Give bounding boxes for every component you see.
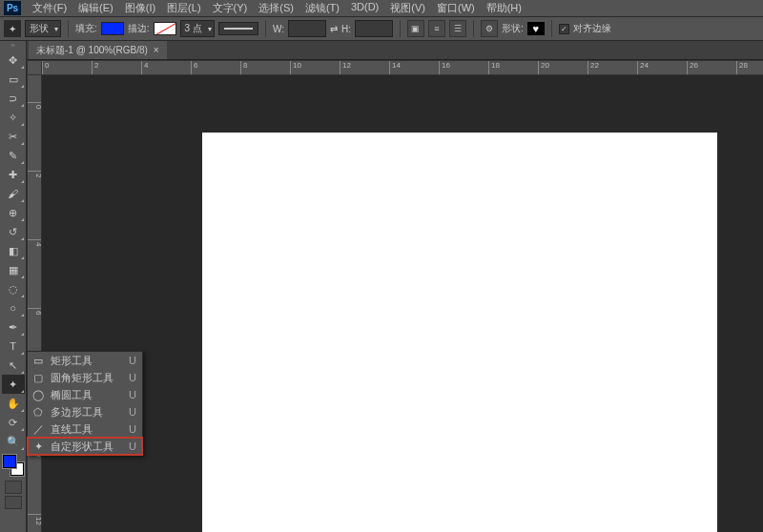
tool-icon: ▭ — [31, 355, 45, 367]
height-label: H: — [341, 24, 351, 34]
flyout-item-label: 圆角矩形工具 — [51, 371, 113, 385]
width-input[interactable] — [288, 20, 326, 37]
hand-tool[interactable]: ✋ — [2, 394, 25, 413]
pathop-combine-icon[interactable]: ▣ — [407, 20, 424, 37]
ruler-tick: 0 — [28, 102, 42, 109]
menu-item[interactable]: 窗口(W) — [431, 0, 481, 16]
path-select-tool[interactable]: ↖ — [2, 356, 25, 375]
align-edges-label: 对齐边缘 — [573, 22, 611, 35]
screenmode-button[interactable] — [5, 496, 22, 509]
link-wh-icon[interactable]: ⇄ — [330, 24, 338, 34]
custom-shape-tool[interactable]: ✦ — [2, 375, 25, 394]
ruler-tick: 26 — [687, 61, 698, 75]
titlebar: Ps 文件(F)编辑(E)图像(I)图层(L)文字(Y)选择(S)滤镜(T)3D… — [0, 0, 763, 17]
magic-wand-tool[interactable]: ✧ — [2, 108, 25, 127]
flyout-item[interactable]: ▢圆角矩形工具U — [28, 369, 142, 386]
blur-tool[interactable]: ◌ — [2, 279, 25, 298]
rotate-view-tool[interactable]: ⟳ — [2, 413, 25, 432]
height-input[interactable] — [355, 20, 393, 37]
arrange-icon[interactable]: ☰ — [449, 20, 466, 37]
flyout-item-label: 矩形工具 — [51, 354, 113, 368]
align-icon[interactable]: ≡ — [428, 20, 445, 37]
flyout-shortcut: U — [129, 372, 136, 383]
menu-item[interactable]: 图像(I) — [119, 0, 161, 16]
ruler-tick: 28 — [736, 61, 748, 75]
canvas-viewport[interactable] — [42, 75, 763, 532]
tool-icon: ⬠ — [31, 406, 45, 419]
ruler-vertical[interactable]: 024681012 — [27, 75, 42, 532]
tool-icon: ✦ — [31, 440, 45, 453]
shape-label: 形状: — [502, 22, 524, 35]
flyout-item[interactable]: ⬠多边形工具U — [28, 403, 142, 420]
ruler-tick: 16 — [439, 61, 450, 75]
heal-tool[interactable]: ✚ — [2, 165, 25, 184]
menu-item[interactable]: 选择(S) — [253, 0, 299, 16]
menu-item[interactable]: 帮助(H) — [481, 0, 527, 16]
dodge-tool[interactable]: ○ — [2, 298, 25, 317]
flyout-shortcut: U — [129, 389, 136, 400]
eyedropper-tool[interactable]: ✎ — [2, 146, 25, 165]
options-bar: ✦ 形状 填充: 描边: 3 点 W: ⇄ H: ▣ ≡ ☰ ⚙ 形状: ♥ ✓… — [0, 17, 763, 41]
menu-item[interactable]: 滤镜(T) — [299, 0, 345, 16]
flyout-shortcut: U — [129, 406, 136, 418]
document-canvas[interactable] — [202, 133, 717, 532]
pen-tool[interactable]: ✒ — [2, 317, 25, 337]
quickmask-button[interactable] — [5, 481, 22, 494]
ruler-tick: 4 — [141, 61, 148, 75]
menu-item[interactable]: 图层(L) — [161, 0, 206, 16]
eraser-tool[interactable]: ◧ — [2, 241, 25, 260]
ruler-tick: 0 — [42, 61, 49, 75]
ruler-horizontal[interactable]: 0246810121416182022242628 — [42, 60, 763, 75]
lasso-tool[interactable]: ⊃ — [2, 89, 25, 108]
flyout-shortcut: U — [129, 355, 136, 366]
menu-item[interactable]: 视图(V) — [384, 0, 431, 16]
flyout-item[interactable]: ◯椭圆工具U — [28, 386, 142, 403]
stroke-swatch[interactable] — [154, 22, 176, 35]
ruler-tick: 8 — [240, 61, 247, 75]
shape-preview-heart-icon[interactable]: ♥ — [527, 22, 545, 35]
close-icon[interactable]: × — [154, 45, 159, 55]
stamp-tool[interactable]: ⊕ — [2, 203, 25, 222]
crop-tool[interactable]: ✂ — [2, 127, 25, 146]
brush-tool[interactable]: 🖌 — [2, 184, 25, 203]
fill-swatch[interactable] — [101, 22, 124, 35]
ruler-origin[interactable] — [27, 60, 42, 75]
menu-item[interactable]: 编辑(E) — [72, 0, 119, 16]
history-brush-tool[interactable]: ↺ — [2, 222, 25, 241]
menu-item[interactable]: 文字(Y) — [207, 0, 254, 16]
settings-gear-icon[interactable]: ⚙ — [481, 20, 498, 37]
shape-tool-flyout: ▭矩形工具U▢圆角矩形工具U◯椭圆工具U⬠多边形工具U／直线工具U✦自定形状工具… — [27, 351, 143, 456]
ruler-tick: 2 — [92, 61, 98, 75]
stroke-width-dropdown[interactable]: 3 点 — [180, 20, 215, 37]
zoom-tool[interactable]: 🔍 — [2, 432, 25, 451]
foreground-color-well[interactable] — [3, 455, 16, 468]
flyout-item[interactable]: ／直线工具U — [28, 420, 142, 438]
ruler-tick: 18 — [488, 61, 500, 75]
move-tool[interactable]: ✥ — [2, 51, 25, 70]
app-logo: Ps — [4, 1, 21, 15]
gradient-tool[interactable]: ▦ — [2, 260, 25, 279]
workspace: 未标题-1 @ 100%(RGB/8) × » ✥▭⊃✧✂✎✚🖌⊕↺◧▦◌○✒T… — [0, 41, 763, 532]
ruler-tick: 2 — [28, 171, 42, 177]
tool-icon: ◯ — [31, 389, 45, 401]
ruler-tick: 12 — [28, 514, 42, 525]
type-tool[interactable]: T — [2, 337, 25, 356]
tool-preset-icon[interactable]: ✦ — [4, 20, 21, 37]
fill-label: 填充: — [75, 22, 97, 35]
document-tab[interactable]: 未标题-1 @ 100%(RGB/8) × — [29, 41, 167, 59]
flyout-item-label: 多边形工具 — [51, 405, 113, 419]
marquee-tool[interactable]: ▭ — [2, 70, 25, 89]
menu-item[interactable]: 文件(F) — [27, 0, 72, 16]
flyout-item[interactable]: ▭矩形工具U — [28, 352, 142, 369]
flyout-item-label: 直线工具 — [51, 422, 113, 437]
menu-item[interactable]: 3D(D) — [345, 0, 384, 16]
flyout-item-label: 椭圆工具 — [51, 388, 113, 402]
color-wells — [3, 455, 24, 476]
stroke-style-preview[interactable] — [218, 22, 258, 35]
toolbox-toggle-icon[interactable]: » — [0, 41, 26, 51]
flyout-item-label: 自定形状工具 — [51, 440, 113, 454]
ruler-tick: 20 — [538, 61, 549, 75]
flyout-item[interactable]: ✦自定形状工具U — [28, 438, 142, 455]
align-edges-checkbox[interactable]: ✓ — [559, 24, 569, 34]
mode-dropdown[interactable]: 形状 — [25, 20, 61, 37]
